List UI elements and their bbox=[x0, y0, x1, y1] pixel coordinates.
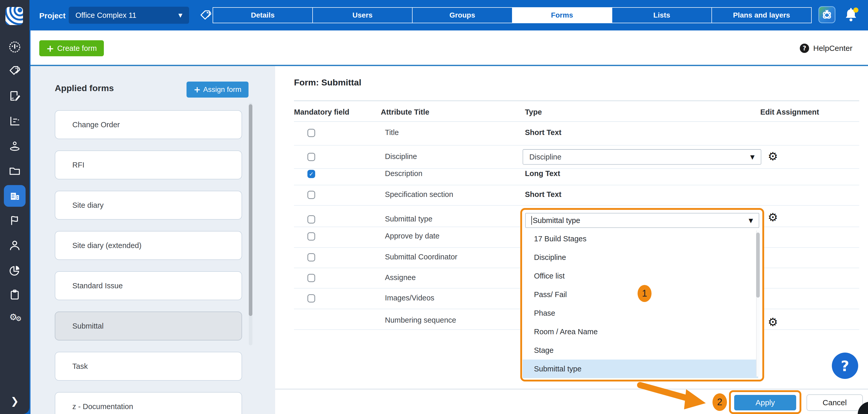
attribute-title: Submittal Coordinator bbox=[385, 253, 457, 261]
attribute-title: Submittal type bbox=[385, 215, 432, 223]
attribute-title: Numbering sequence bbox=[385, 316, 456, 324]
form-card-rfi[interactable]: RFI bbox=[55, 150, 242, 179]
edit-assignment-gear-icon[interactable]: ⚙ bbox=[768, 212, 780, 223]
notification-dot bbox=[853, 7, 859, 13]
form-card-task[interactable]: Task bbox=[55, 352, 242, 381]
help-bubble-button[interactable]: ? bbox=[832, 352, 858, 379]
attribute-type: Short Text bbox=[525, 190, 561, 199]
form-card-submittal-selected[interactable]: Submittal bbox=[55, 312, 242, 340]
applied-forms-title: Applied forms bbox=[55, 83, 114, 93]
option-discipline[interactable]: Discipline bbox=[523, 248, 758, 267]
sidebar-item-buildings-active[interactable] bbox=[0, 190, 29, 202]
annotation-arrow bbox=[636, 379, 713, 413]
form-card-standard-issue[interactable]: Standard Issue bbox=[55, 271, 242, 300]
col-header-mandatory-field: Mandatory field bbox=[294, 108, 349, 116]
mandatory-checkbox-submittal-type[interactable] bbox=[307, 215, 315, 223]
form-card-site-diary[interactable]: Site diary bbox=[55, 191, 242, 220]
tab-groups[interactable]: Groups bbox=[412, 8, 512, 23]
plus-icon: + bbox=[46, 43, 54, 54]
form-card-z-documentation[interactable]: z - Documentation bbox=[55, 392, 242, 414]
sidebar-item-flags[interactable] bbox=[0, 214, 29, 227]
mandatory-checkbox-images-videos[interactable] bbox=[307, 294, 315, 303]
mandatory-checkbox-approve-by-date[interactable] bbox=[307, 232, 315, 241]
bell-icon bbox=[842, 7, 860, 24]
option-submittal-type-highlighted[interactable]: Submittal type bbox=[523, 359, 758, 378]
attribute-title: Approve by date bbox=[385, 232, 439, 240]
annotation-step-1-badge: 1 bbox=[638, 285, 652, 302]
row-divider bbox=[294, 205, 859, 206]
create-form-button[interactable]: + Create form bbox=[39, 40, 104, 56]
tags-icon[interactable] bbox=[199, 9, 212, 22]
edit-assignment-gear-icon[interactable]: ⚙ bbox=[768, 151, 780, 163]
app-logo[interactable] bbox=[5, 7, 23, 25]
pie-chart-icon bbox=[8, 264, 21, 277]
options-scrollbar-thumb[interactable] bbox=[756, 233, 760, 298]
sidebar-item-forms[interactable] bbox=[0, 90, 29, 102]
attribute-type: Long Text bbox=[525, 169, 560, 178]
tab-plans-and-layers[interactable]: Plans and layers bbox=[711, 8, 811, 23]
attribute-title: Title bbox=[385, 128, 399, 137]
mandatory-checkbox-discipline[interactable] bbox=[307, 153, 315, 161]
plus-icon: + bbox=[194, 85, 201, 95]
form-detail-title: Form: Submittal bbox=[294, 77, 362, 88]
sidebar-item-checklists[interactable] bbox=[0, 288, 29, 301]
edit-assignment-gear-icon[interactable]: ⚙ bbox=[768, 316, 780, 328]
col-header-edit-assignment: Edit Assignment bbox=[760, 108, 819, 116]
help-center-link[interactable]: ? HelpCenter bbox=[800, 43, 852, 54]
app-window: Project Office Complex 11 ▼ Details User… bbox=[0, 0, 868, 414]
forms-list-scrollbar-thumb[interactable] bbox=[249, 104, 252, 316]
form-card-site-diary-extended[interactable]: Site diary (extended) bbox=[55, 231, 242, 260]
sidebar-item-dashboard[interactable] bbox=[0, 41, 29, 53]
sidebar-item-users[interactable] bbox=[0, 239, 29, 252]
sidebar-item-reports[interactable] bbox=[0, 115, 29, 127]
mandatory-checkbox-submittal-coordinator[interactable] bbox=[307, 253, 315, 262]
tab-lists[interactable]: Lists bbox=[612, 8, 711, 23]
mandatory-checkbox-assignee[interactable] bbox=[307, 274, 315, 282]
type-options-list: 17 Build Stages Discipline Office list P… bbox=[523, 230, 758, 381]
submittal-type-select-input[interactable]: Submittal type ▼ bbox=[525, 213, 759, 228]
app-sidebar bbox=[0, 0, 29, 414]
form-card-change-order[interactable]: Change Order bbox=[55, 110, 242, 139]
row-divider bbox=[294, 185, 859, 185]
folder-icon bbox=[8, 165, 21, 177]
option-room-area-name[interactable]: Room / Area Name bbox=[523, 322, 758, 341]
clipboard-icon bbox=[8, 288, 21, 301]
option-17-build-stages[interactable]: 17 Build Stages bbox=[523, 230, 758, 248]
sidebar-item-site-presence[interactable] bbox=[0, 140, 29, 152]
sidebar-item-analytics[interactable] bbox=[0, 264, 29, 277]
attribute-title: Specification section bbox=[385, 190, 453, 199]
sidebar-item-settings[interactable]: ⚙⚙ bbox=[0, 313, 29, 323]
chevron-down-icon: ▼ bbox=[179, 12, 182, 18]
chevron-down-icon: ▼ bbox=[749, 217, 753, 224]
tab-details[interactable]: Details bbox=[213, 8, 312, 23]
form-title-divider bbox=[294, 100, 859, 101]
option-phase[interactable]: Phase bbox=[523, 304, 758, 322]
option-office-list[interactable]: Office list bbox=[523, 267, 758, 285]
option-stage[interactable]: Stage bbox=[523, 341, 758, 359]
annotation-step-2-badge: 2 bbox=[712, 393, 727, 411]
assign-form-button[interactable]: + Assign form bbox=[187, 81, 249, 98]
project-tabs: Details Users Groups Forms Lists Plans a… bbox=[213, 7, 812, 23]
cancel-button[interactable]: Cancel bbox=[807, 394, 863, 411]
mandatory-checkbox-description-checked[interactable]: ✓ bbox=[307, 170, 315, 178]
notifications-button[interactable] bbox=[842, 7, 860, 24]
project-name: Office Complex 11 bbox=[75, 11, 136, 20]
tab-forms[interactable]: Forms bbox=[512, 8, 612, 23]
sidebar-item-tags[interactable] bbox=[0, 65, 29, 77]
project-label: Project bbox=[39, 11, 66, 20]
mandatory-checkbox-title[interactable] bbox=[307, 129, 315, 137]
table-header-divider bbox=[294, 121, 859, 122]
attribute-type: Short Text bbox=[525, 128, 561, 137]
project-selector-dropdown[interactable]: Office Complex 11 ▼ bbox=[69, 7, 189, 24]
sidebar-expand-chevron[interactable]: ❯ bbox=[0, 395, 29, 407]
gears-icon: ⚙ bbox=[9, 312, 16, 322]
apply-button[interactable]: Apply bbox=[734, 395, 796, 410]
chevron-down-icon: ▼ bbox=[750, 154, 754, 160]
bim-app-icon[interactable] bbox=[818, 6, 835, 23]
discipline-type-select[interactable]: Discipline ▼ bbox=[523, 149, 761, 165]
attribute-title: Images/Videos bbox=[385, 294, 434, 302]
tab-users[interactable]: Users bbox=[312, 8, 412, 23]
sidebar-item-documents[interactable] bbox=[0, 165, 29, 177]
page-header-strip bbox=[30, 30, 868, 65]
mandatory-checkbox-specification-section[interactable] bbox=[307, 191, 315, 199]
